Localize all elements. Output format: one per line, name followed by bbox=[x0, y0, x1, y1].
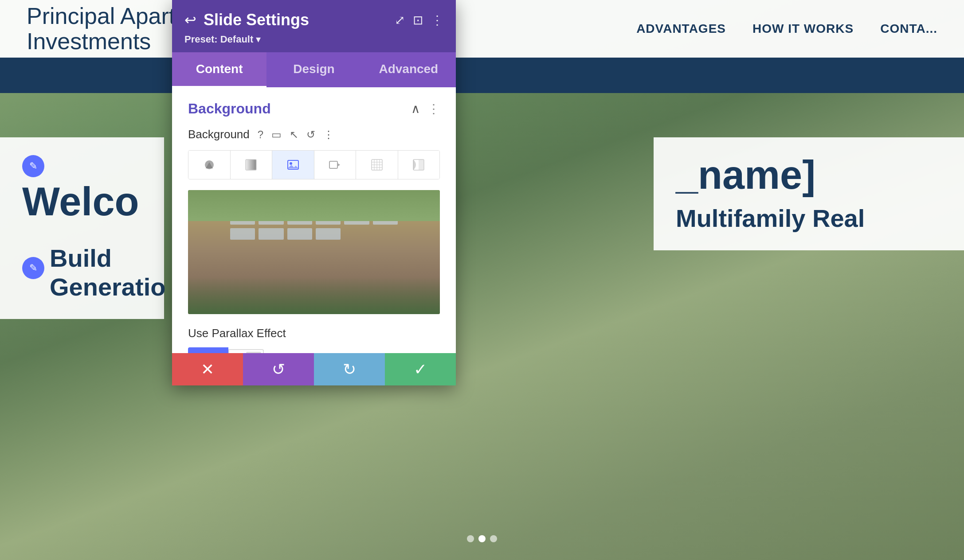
background-section-header: Background ∧ ⋮ bbox=[188, 101, 440, 117]
layout-icon[interactable]: ⊡ bbox=[413, 13, 423, 27]
panel-footer: ✕ ↺ ↻ ✓ bbox=[172, 353, 456, 385]
resize-icon[interactable]: ⤢ bbox=[395, 13, 405, 27]
apt-building-image bbox=[188, 190, 440, 314]
slide-dots-indicator bbox=[467, 535, 497, 542]
dark-bar bbox=[0, 58, 964, 93]
svg-marker-5 bbox=[337, 163, 340, 167]
edit-icon-welcome[interactable]: ✎ bbox=[22, 155, 44, 177]
parallax-section: Use Parallax Effect YES bbox=[188, 327, 440, 353]
bg-type-color[interactable] bbox=[188, 151, 231, 179]
save-icon: ✓ bbox=[414, 360, 427, 379]
hero-right-box: _name] Multifamily Real bbox=[654, 137, 964, 250]
svg-rect-4 bbox=[329, 161, 337, 168]
device-icon[interactable]: ▭ bbox=[271, 128, 282, 141]
help-icon[interactable]: ? bbox=[258, 128, 263, 141]
dot-1[interactable] bbox=[467, 535, 474, 542]
section-title: Background bbox=[188, 101, 271, 117]
panel-tabs: Content Design Advanced bbox=[172, 52, 456, 87]
nav-how-it-works[interactable]: HOW IT WORKS bbox=[752, 22, 854, 36]
bg-type-image[interactable] bbox=[272, 151, 314, 179]
bg-type-buttons bbox=[188, 150, 440, 179]
section-more-icon[interactable]: ⋮ bbox=[427, 101, 440, 116]
panel-title: Slide Settings bbox=[204, 11, 309, 29]
bg-type-mask[interactable] bbox=[398, 151, 440, 179]
reset-icon[interactable]: ↺ bbox=[306, 128, 315, 141]
dot-3[interactable] bbox=[490, 535, 497, 542]
panel-body: Background ∧ ⋮ Background ? ▭ ↖ ↺ ⋮ bbox=[172, 87, 456, 353]
nav-advantages[interactable]: ADVANTAGES bbox=[636, 22, 726, 36]
toggle-yes-label: YES bbox=[188, 347, 228, 353]
hero-build-text: Build Generatio bbox=[50, 244, 165, 301]
bg-type-video[interactable] bbox=[314, 151, 357, 179]
cancel-button[interactable]: ✕ bbox=[172, 353, 243, 385]
svg-rect-1 bbox=[246, 159, 256, 170]
parallax-label: Use Parallax Effect bbox=[188, 327, 440, 340]
panel-header-icons: ⤢ ⊡ ⋮ bbox=[395, 13, 443, 27]
tab-design[interactable]: Design bbox=[266, 52, 361, 87]
cursor-icon[interactable]: ↖ bbox=[290, 128, 298, 141]
bg-image-preview[interactable] bbox=[188, 190, 440, 314]
section-header-icons: ∧ ⋮ bbox=[411, 101, 440, 116]
redo-button[interactable]: ↻ bbox=[314, 353, 385, 385]
top-navigation: Principal Apartm Investments ADVANTAGES … bbox=[0, 0, 964, 58]
nav-contact[interactable]: CONTA... bbox=[880, 22, 937, 36]
preset-label[interactable]: Preset: Default ▾ bbox=[184, 34, 261, 45]
tab-content[interactable]: Content bbox=[172, 52, 266, 87]
hero-multifamily-text: Multifamily Real bbox=[676, 204, 942, 233]
background-more-icon[interactable]: ⋮ bbox=[323, 128, 334, 141]
background-row: Background ? ▭ ↖ ↺ ⋮ bbox=[188, 128, 440, 141]
dot-2[interactable] bbox=[478, 535, 486, 542]
more-options-icon[interactable]: ⋮ bbox=[431, 13, 443, 27]
undo-button[interactable]: ↺ bbox=[243, 353, 314, 385]
cancel-icon: ✕ bbox=[201, 360, 214, 379]
panel-header: ↩ Slide Settings ⤢ ⊡ ⋮ Preset: Default ▾ bbox=[172, 0, 456, 52]
background-label: Background bbox=[188, 128, 250, 141]
hero-left-box: ✎ Welco ✎ Build Generatio bbox=[0, 137, 164, 319]
svg-point-3 bbox=[290, 162, 292, 165]
parallax-toggle-wrapper[interactable]: YES bbox=[188, 347, 440, 353]
collapse-icon[interactable]: ∧ bbox=[411, 101, 420, 116]
redo-icon: ↻ bbox=[343, 360, 356, 379]
slide-settings-panel: ↩ Slide Settings ⤢ ⊡ ⋮ Preset: Default ▾… bbox=[172, 0, 456, 385]
save-button[interactable]: ✓ bbox=[385, 353, 456, 385]
nav-links: ADVANTAGES HOW IT WORKS CONTA... bbox=[636, 22, 937, 36]
hero-welcome-text: Welco bbox=[22, 182, 142, 222]
bg-type-gradient[interactable] bbox=[231, 151, 273, 179]
hero-name-text: _name] bbox=[676, 155, 942, 195]
toggle-track[interactable] bbox=[228, 349, 264, 353]
bg-type-pattern[interactable] bbox=[356, 151, 398, 179]
svg-rect-14 bbox=[419, 159, 424, 170]
toggle-thumb bbox=[246, 352, 261, 353]
tab-advanced[interactable]: Advanced bbox=[361, 52, 456, 87]
back-arrow-icon[interactable]: ↩ bbox=[184, 12, 196, 28]
undo-icon: ↺ bbox=[272, 360, 285, 379]
edit-icon-build[interactable]: ✎ bbox=[22, 257, 44, 279]
